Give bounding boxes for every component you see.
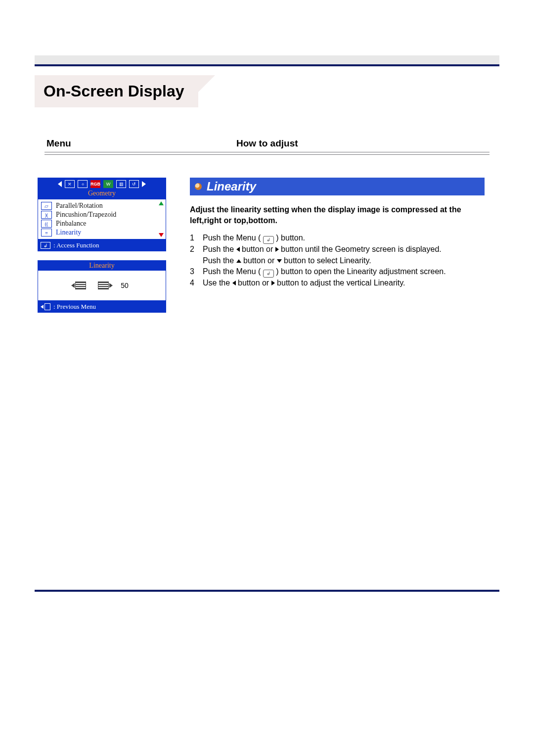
osd-tab-row: ⤧ ⟐ RGB W ▥ ↺: [41, 179, 163, 189]
pinbalance-icon: ((: [41, 220, 52, 228]
step-3: 3 Push the Menu ( ↲ ) button to open the…: [190, 266, 485, 278]
nav-left-icon: [58, 181, 62, 187]
scroll-down-icon: [159, 233, 164, 237]
feature-heading: Linearity: [190, 178, 485, 195]
section-divider: [44, 152, 490, 155]
osd-item-linearity: ≡ Linearity: [40, 228, 164, 237]
osd-prev-label: : Previous Menu: [53, 303, 96, 311]
step-number: 4: [190, 278, 203, 288]
bullet-icon: [195, 183, 202, 190]
osd-item-label: Parallel/Rotation: [56, 202, 103, 210]
osd-adjust-title: Linearity: [38, 261, 166, 271]
osd-item-pincushion: )( Pincushion/Trapezoid: [40, 210, 164, 219]
previous-menu-icon: [41, 303, 50, 310]
osd-menu-list: ▱ Parallel/Rotation )( Pincushion/Trapez…: [38, 199, 166, 239]
osd-prev-bar: : Previous Menu: [38, 301, 166, 313]
osd-tab-label: Geometry: [41, 189, 163, 198]
osd-adjust-panel: Linearity 50: [38, 260, 166, 301]
step-number: 2: [190, 244, 203, 266]
instructions-column: Linearity Adjust the linearity setting w…: [190, 178, 499, 288]
step-text: Push the button or button until the Geom…: [203, 244, 485, 266]
feature-title: Linearity: [207, 180, 256, 193]
compress-bottom-icon: [98, 282, 109, 289]
linearity-icon: ≡: [41, 229, 52, 236]
header-gray-bar: [35, 55, 499, 64]
osd-item-label: Linearity: [56, 229, 81, 236]
scroll-up-icon: [159, 201, 164, 205]
osd-adjust-body: 50: [38, 271, 166, 300]
enter-icon: ↲: [41, 242, 50, 249]
osd-access-bar: ↲ : Access Function: [38, 239, 166, 251]
osd-item-pinbalance: (( Pinbalance: [40, 219, 164, 228]
osd-adjust-value: 50: [121, 282, 129, 289]
pincushion-trapezoid-icon: )(: [41, 211, 52, 219]
step-1: 1 Push the Menu ( ↲ ) button.: [190, 233, 485, 244]
osd-access-label: : Access Function: [53, 241, 99, 249]
down-button-icon: [277, 259, 282, 263]
menu-button-icon: ↲: [263, 236, 274, 244]
step-text: Use the button or button to adjust the v…: [203, 278, 485, 288]
tab-icon-geometry: W: [103, 180, 113, 188]
right-button-icon: [275, 247, 279, 252]
step-2: 2 Push the button or button until the Ge…: [190, 244, 485, 266]
osd-item-label: Pinbalance: [56, 220, 86, 228]
right-button-icon: [271, 281, 275, 285]
tab-icon-rgb: RGB: [90, 180, 100, 188]
feature-description: Adjust the linearity setting when the di…: [190, 204, 485, 226]
section-headers: Menu How to adjust: [46, 138, 488, 149]
compress-top-icon: [75, 282, 86, 289]
osd-item-label: Pincushion/Trapezoid: [56, 211, 116, 219]
osd-header: ⤧ ⟐ RGB W ▥ ↺ Geometry: [38, 178, 166, 199]
step-list: 1 Push the Menu ( ↲ ) button. 2 Push the…: [190, 233, 485, 288]
header-navy-rule: [35, 64, 499, 66]
title-row: On-Screen Display: [35, 75, 499, 107]
tab-icon-recall: ↺: [129, 180, 139, 188]
step-4: 4 Use the button or button to adjust the…: [190, 278, 485, 288]
step-number: 3: [190, 266, 203, 278]
manual-page: On-Screen Display Menu How to adjust ⤧ ⟐…: [0, 0, 534, 612]
step-number: 1: [190, 233, 203, 244]
osd-illustration: ⤧ ⟐ RGB W ▥ ↺ Geometry ▱ Parallel/Rotati…: [38, 178, 166, 313]
section-header-menu: Menu: [46, 138, 236, 149]
osd-item-parallel: ▱ Parallel/Rotation: [40, 201, 164, 210]
up-button-icon: [236, 259, 241, 263]
page-title: On-Screen Display: [35, 75, 198, 107]
title-tab-shape: [198, 75, 272, 107]
parallel-rotation-icon: ▱: [41, 202, 52, 210]
tab-icon-size: ⟐: [78, 180, 88, 188]
content-row: ⤧ ⟐ RGB W ▥ ↺ Geometry ▱ Parallel/Rotati…: [35, 178, 499, 313]
menu-button-icon: ↲: [263, 270, 274, 278]
top-spacer: [0, 0, 534, 55]
tab-icon-position: ⤧: [65, 180, 75, 188]
footer-navy-rule: [35, 590, 499, 592]
tab-icon-screen: ▥: [116, 180, 126, 188]
left-button-icon: [232, 281, 236, 285]
nav-right-icon: [142, 181, 146, 187]
step-text: Push the Menu ( ↲ ) button to open the L…: [203, 266, 485, 278]
step-text: Push the Menu ( ↲ ) button.: [203, 233, 485, 244]
section-header-howto: How to adjust: [236, 138, 298, 149]
left-button-icon: [236, 247, 240, 252]
